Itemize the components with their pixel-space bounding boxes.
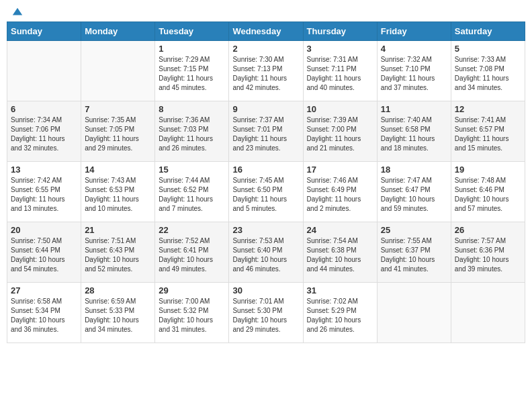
day-info: Sunrise: 7:48 AMSunset: 6:46 PMDaylight:…: [455, 176, 521, 214]
calendar-cell: 3Sunrise: 7:31 AMSunset: 7:11 PMDaylight…: [303, 41, 377, 101]
calendar-cell: 13Sunrise: 7:42 AMSunset: 6:55 PMDayligh…: [7, 162, 81, 222]
day-number: 28: [85, 285, 151, 295]
day-number: 1: [159, 44, 225, 54]
day-number: 17: [307, 165, 373, 175]
day-info: Sunrise: 7:57 AMSunset: 6:36 PMDaylight:…: [455, 236, 521, 274]
day-info: Sunrise: 7:42 AMSunset: 6:55 PMDaylight:…: [11, 176, 77, 214]
day-number: 8: [159, 104, 225, 114]
day-number: 21: [85, 225, 151, 235]
calendar-cell: 1Sunrise: 7:29 AMSunset: 7:15 PMDaylight…: [155, 41, 229, 101]
day-number: 10: [307, 104, 373, 114]
day-info: Sunrise: 7:29 AMSunset: 7:15 PMDaylight:…: [159, 55, 225, 93]
weekday-header-tuesday: Tuesday: [155, 22, 229, 41]
calendar-cell: 19Sunrise: 7:48 AMSunset: 6:46 PMDayligh…: [451, 162, 525, 222]
calendar-cell: 10Sunrise: 7:39 AMSunset: 7:00 PMDayligh…: [303, 101, 377, 162]
day-info: Sunrise: 7:52 AMSunset: 6:41 PMDaylight:…: [159, 236, 225, 274]
day-info: Sunrise: 7:35 AMSunset: 7:05 PMDaylight:…: [85, 116, 151, 153]
calendar-cell: 6Sunrise: 7:34 AMSunset: 7:06 PMDaylight…: [7, 101, 81, 162]
calendar-cell: [7, 41, 81, 101]
calendar-cell: 25Sunrise: 7:55 AMSunset: 6:37 PMDayligh…: [377, 222, 451, 283]
day-number: 25: [381, 225, 447, 235]
day-number: 4: [381, 44, 447, 54]
day-info: Sunrise: 7:51 AMSunset: 6:43 PMDaylight:…: [85, 236, 151, 274]
calendar-cell: 15Sunrise: 7:44 AMSunset: 6:52 PMDayligh…: [155, 162, 229, 222]
day-number: 14: [85, 165, 151, 175]
day-info: Sunrise: 7:37 AMSunset: 7:01 PMDaylight:…: [232, 116, 299, 153]
day-number: 11: [381, 104, 447, 114]
day-info: Sunrise: 7:40 AMSunset: 6:58 PMDaylight:…: [381, 116, 447, 153]
weekday-header-wednesday: Wednesday: [229, 22, 303, 41]
day-info: Sunrise: 7:31 AMSunset: 7:11 PMDaylight:…: [307, 55, 373, 93]
weekday-header-saturday: Saturday: [451, 22, 525, 41]
day-info: Sunrise: 7:32 AMSunset: 7:10 PMDaylight:…: [381, 55, 447, 93]
day-number: 3: [307, 44, 373, 54]
svg-marker-0: [13, 8, 22, 15]
day-number: 16: [232, 165, 299, 175]
day-info: Sunrise: 7:47 AMSunset: 6:47 PMDaylight:…: [381, 176, 447, 214]
day-info: Sunrise: 7:44 AMSunset: 6:52 PMDaylight:…: [159, 176, 225, 214]
weekday-header-friday: Friday: [377, 22, 451, 41]
calendar-cell: 31Sunrise: 7:02 AMSunset: 5:29 PMDayligh…: [303, 283, 377, 343]
day-number: 6: [11, 104, 77, 114]
calendar-cell: 23Sunrise: 7:53 AMSunset: 6:40 PMDayligh…: [229, 222, 303, 283]
day-number: 12: [455, 104, 521, 114]
logo: [10, 7, 24, 16]
calendar-cell: 21Sunrise: 7:51 AMSunset: 6:43 PMDayligh…: [81, 222, 155, 283]
calendar-cell: 22Sunrise: 7:52 AMSunset: 6:41 PMDayligh…: [155, 222, 229, 283]
day-number: 30: [232, 285, 299, 295]
day-number: 5: [455, 44, 521, 54]
calendar-cell: 2Sunrise: 7:30 AMSunset: 7:13 PMDaylight…: [229, 41, 303, 101]
day-info: Sunrise: 7:55 AMSunset: 6:37 PMDaylight:…: [381, 236, 447, 274]
calendar-cell: 4Sunrise: 7:32 AMSunset: 7:10 PMDaylight…: [377, 41, 451, 101]
calendar-cell: 27Sunrise: 6:58 AMSunset: 5:34 PMDayligh…: [7, 283, 81, 343]
logo-icon: [11, 7, 24, 19]
day-number: 13: [11, 165, 77, 175]
calendar-cell: [81, 41, 155, 101]
calendar-cell: 11Sunrise: 7:40 AMSunset: 6:58 PMDayligh…: [377, 101, 451, 162]
calendar-cell: [451, 283, 525, 343]
day-number: 15: [159, 165, 225, 175]
calendar-cell: 20Sunrise: 7:50 AMSunset: 6:44 PMDayligh…: [7, 222, 81, 283]
day-info: Sunrise: 7:54 AMSunset: 6:38 PMDaylight:…: [307, 236, 373, 274]
calendar-table: SundayMondayTuesdayWednesdayThursdayFrid…: [7, 21, 525, 343]
day-info: Sunrise: 6:58 AMSunset: 5:34 PMDaylight:…: [11, 297, 77, 334]
day-number: 23: [232, 225, 299, 235]
calendar-cell: 28Sunrise: 6:59 AMSunset: 5:33 PMDayligh…: [81, 283, 155, 343]
calendar-cell: [377, 283, 451, 343]
day-number: 27: [11, 285, 77, 295]
calendar-cell: 26Sunrise: 7:57 AMSunset: 6:36 PMDayligh…: [451, 222, 525, 283]
day-number: 2: [232, 44, 299, 54]
day-number: 26: [455, 225, 521, 235]
day-info: Sunrise: 7:50 AMSunset: 6:44 PMDaylight:…: [11, 236, 77, 274]
calendar-cell: 12Sunrise: 7:41 AMSunset: 6:57 PMDayligh…: [451, 101, 525, 162]
day-number: 18: [381, 165, 447, 175]
day-info: Sunrise: 6:59 AMSunset: 5:33 PMDaylight:…: [85, 297, 151, 334]
weekday-header-thursday: Thursday: [303, 22, 377, 41]
day-info: Sunrise: 7:53 AMSunset: 6:40 PMDaylight:…: [232, 236, 299, 274]
calendar-cell: 8Sunrise: 7:36 AMSunset: 7:03 PMDaylight…: [155, 101, 229, 162]
day-info: Sunrise: 7:34 AMSunset: 7:06 PMDaylight:…: [11, 116, 77, 153]
calendar-cell: 9Sunrise: 7:37 AMSunset: 7:01 PMDaylight…: [229, 101, 303, 162]
calendar-cell: 17Sunrise: 7:46 AMSunset: 6:49 PMDayligh…: [303, 162, 377, 222]
day-info: Sunrise: 7:43 AMSunset: 6:53 PMDaylight:…: [85, 176, 151, 214]
day-info: Sunrise: 7:30 AMSunset: 7:13 PMDaylight:…: [232, 55, 299, 93]
calendar-cell: 5Sunrise: 7:33 AMSunset: 7:08 PMDaylight…: [451, 41, 525, 101]
day-info: Sunrise: 7:36 AMSunset: 7:03 PMDaylight:…: [159, 116, 225, 153]
day-info: Sunrise: 7:41 AMSunset: 6:57 PMDaylight:…: [455, 116, 521, 153]
day-info: Sunrise: 7:01 AMSunset: 5:30 PMDaylight:…: [232, 297, 299, 334]
day-number: 24: [307, 225, 373, 235]
day-number: 22: [159, 225, 225, 235]
day-info: Sunrise: 7:33 AMSunset: 7:08 PMDaylight:…: [455, 55, 521, 93]
day-number: 20: [11, 225, 77, 235]
day-number: 9: [232, 104, 299, 114]
day-info: Sunrise: 7:00 AMSunset: 5:32 PMDaylight:…: [159, 297, 225, 334]
calendar-cell: 14Sunrise: 7:43 AMSunset: 6:53 PMDayligh…: [81, 162, 155, 222]
calendar-cell: 24Sunrise: 7:54 AMSunset: 6:38 PMDayligh…: [303, 222, 377, 283]
day-number: 29: [159, 285, 225, 295]
calendar-cell: 16Sunrise: 7:45 AMSunset: 6:50 PMDayligh…: [229, 162, 303, 222]
day-number: 19: [455, 165, 521, 175]
calendar-cell: 29Sunrise: 7:00 AMSunset: 5:32 PMDayligh…: [155, 283, 229, 343]
calendar-cell: 18Sunrise: 7:47 AMSunset: 6:47 PMDayligh…: [377, 162, 451, 222]
page-header: [7, 7, 525, 16]
day-number: 7: [85, 104, 151, 114]
